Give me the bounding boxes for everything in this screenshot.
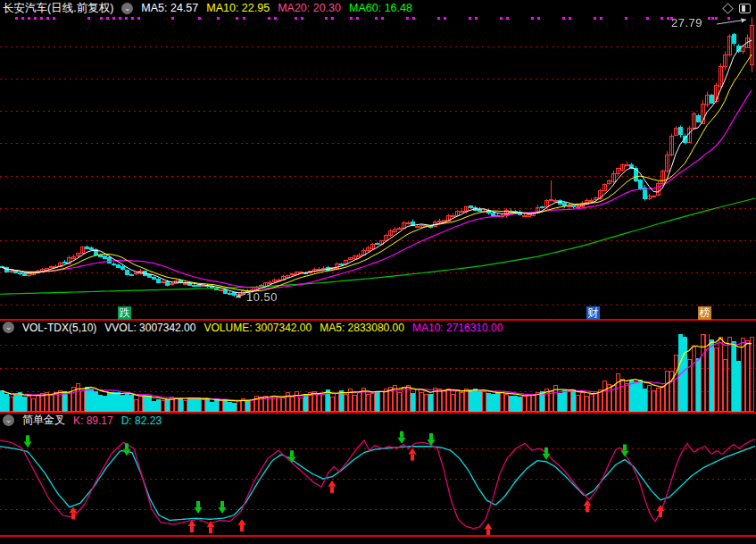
trading-app-window: 长安汽车(日线.前复权) ⌄ MA5: 24.57 MA10: 22.95 MA… (0, 0, 756, 544)
ma5-label: MA5: 24.57 (141, 2, 198, 14)
ticker-tag-die[interactable]: 跌 (118, 306, 131, 320)
d-value-label: D: 82.23 (121, 414, 162, 427)
chevron-down-icon[interactable]: ⌄ (3, 414, 14, 426)
chevron-down-icon[interactable]: ⌄ (121, 3, 133, 14)
header-toolbar (724, 4, 756, 13)
ma10-label: MA10: 22.95 (206, 2, 270, 14)
ma20-label: MA20: 20.30 (278, 2, 341, 14)
split-window-icon[interactable] (739, 4, 751, 13)
main-chart-canvas[interactable] (0, 16, 756, 319)
kd-header: ⌄ 简单金叉 K: 89.17 D: 82.23 (0, 414, 756, 427)
main-chart-panel: 27.79 10.50 跌 财 榜 (0, 16, 756, 319)
vol-ma10-label: MA10: 2716310.00 (412, 322, 503, 334)
diamond-icon[interactable] (722, 3, 734, 14)
volume-label: VOLUME: 3007342.00 (204, 322, 312, 334)
ticker-tag-bang[interactable]: 榜 (698, 306, 711, 320)
main-header: 长安汽车(日线.前复权) ⌄ MA5: 24.57 MA10: 22.95 MA… (0, 0, 756, 16)
kd-canvas[interactable] (0, 427, 756, 535)
vol-ma5-label: MA5: 2833080.00 (320, 322, 404, 334)
chevron-down-icon[interactable]: ⌄ (3, 322, 14, 333)
vvol-label: VVOL: 3007342.00 (104, 322, 195, 334)
ma60-label: MA60: 16.48 (349, 2, 412, 14)
panel-divider (0, 535, 756, 537)
volume-canvas[interactable] (0, 334, 756, 412)
kd-indicator-name: 简单金叉 (22, 414, 65, 427)
k-value-label: K: 89.17 (73, 414, 113, 427)
high-price-label: 27.79 (671, 16, 702, 29)
vol-indicator-name: VOL-TDX(5,10) (22, 322, 96, 334)
ticker-tag-cai[interactable]: 财 (586, 306, 600, 320)
stock-title: 长安汽车(日线.前复权) (3, 1, 113, 16)
low-price-label: 10.50 (246, 290, 278, 304)
volume-header: ⌄ VOL-TDX(5,10) VVOL: 3007342.00 VOLUME:… (0, 321, 756, 334)
